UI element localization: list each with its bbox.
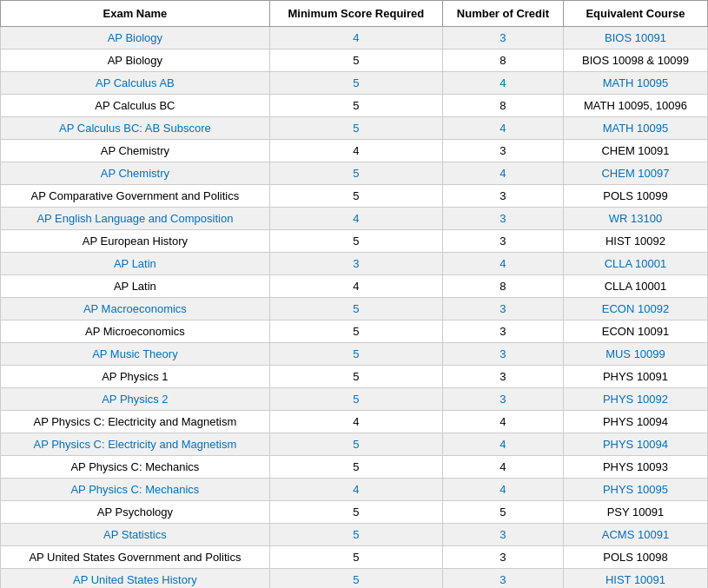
header-credits: Number of Credit <box>442 1 563 27</box>
cell-credits: 4 <box>442 253 563 275</box>
table-row: AP Latin34CLLA 10001 <box>1 253 708 275</box>
cell-min-score: 5 <box>269 162 442 185</box>
cell-credits: 8 <box>442 275 563 298</box>
table-row: AP Calculus BC: AB Subscore54MATH 10095 <box>1 117 708 140</box>
cell-exam-name: AP European History <box>1 230 270 253</box>
table-row: AP Physics C: Mechanics44PHYS 10095 <box>1 479 708 501</box>
cell-min-score: 5 <box>269 524 442 546</box>
cell-min-score: 4 <box>269 411 442 433</box>
table-row: AP Statistics53ACMS 10091 <box>1 524 708 546</box>
cell-equiv-course: ECON 10092 <box>563 298 707 320</box>
cell-credits: 4 <box>442 117 563 140</box>
cell-exam-name: AP United States History <box>1 569 270 589</box>
cell-equiv-course: PHYS 10095 <box>563 479 707 501</box>
cell-equiv-course: HIST 10092 <box>563 230 707 253</box>
cell-min-score: 5 <box>269 366 442 388</box>
cell-credits: 3 <box>442 343 563 366</box>
cell-exam-name: AP Biology <box>1 27 270 50</box>
cell-credits: 5 <box>442 501 563 524</box>
cell-credits: 3 <box>442 27 563 50</box>
header-exam-name: Exam Name <box>1 1 270 27</box>
cell-credits: 4 <box>442 72 563 95</box>
cell-min-score: 5 <box>269 456 442 479</box>
cell-credits: 8 <box>442 50 563 72</box>
cell-credits: 4 <box>442 411 563 433</box>
cell-exam-name: AP Statistics <box>1 524 270 546</box>
cell-credits: 3 <box>442 546 563 569</box>
cell-exam-name: AP Macroeconomics <box>1 298 270 320</box>
cell-min-score: 4 <box>269 27 442 50</box>
cell-credits: 3 <box>442 185 563 208</box>
cell-credits: 3 <box>442 208 563 230</box>
cell-exam-name: AP United States Government and Politics <box>1 546 270 569</box>
cell-credits: 8 <box>442 95 563 117</box>
cell-equiv-course: MATH 10095 <box>563 117 707 140</box>
cell-min-score: 5 <box>269 230 442 253</box>
table-row: AP Comparative Government and Politics53… <box>1 185 708 208</box>
cell-equiv-course: PHYS 10094 <box>563 411 707 433</box>
cell-equiv-course: CHEM 10097 <box>563 162 707 185</box>
cell-credits: 3 <box>442 140 563 162</box>
table-row: AP United States History53HIST 10091 <box>1 569 708 589</box>
table-row: AP Chemistry54CHEM 10097 <box>1 162 708 185</box>
ap-credit-table: Exam Name Minimum Score Required Number … <box>0 0 708 588</box>
cell-min-score: 4 <box>269 140 442 162</box>
cell-exam-name: AP Physics C: Mechanics <box>1 479 270 501</box>
table-row: AP Physics C: Mechanics54PHYS 10093 <box>1 456 708 479</box>
table-row: AP Music Theory53MUS 10099 <box>1 343 708 366</box>
cell-exam-name: AP Chemistry <box>1 162 270 185</box>
cell-credits: 3 <box>442 230 563 253</box>
table-row: AP Physics C: Electricity and Magnetism5… <box>1 433 708 456</box>
table-row: AP Calculus BC58MATH 10095, 10096 <box>1 95 708 117</box>
cell-min-score: 5 <box>269 95 442 117</box>
cell-credits: 4 <box>442 162 563 185</box>
cell-credits: 3 <box>442 524 563 546</box>
table-row: AP Psychology55PSY 10091 <box>1 501 708 524</box>
table-row: AP Calculus AB54MATH 10095 <box>1 72 708 95</box>
cell-equiv-course: CLLA 10001 <box>563 275 707 298</box>
cell-min-score: 4 <box>269 275 442 298</box>
cell-exam-name: AP Calculus BC: AB Subscore <box>1 117 270 140</box>
header-equiv-course: Equivalent Course <box>563 1 707 27</box>
cell-equiv-course: PHYS 10091 <box>563 366 707 388</box>
cell-equiv-course: HIST 10091 <box>563 569 707 589</box>
cell-credits: 4 <box>442 433 563 456</box>
table-row: AP Physics C: Electricity and Magnetism4… <box>1 411 708 433</box>
cell-exam-name: AP Calculus AB <box>1 72 270 95</box>
cell-exam-name: AP Physics C: Electricity and Magnetism <box>1 411 270 433</box>
cell-equiv-course: PHYS 10094 <box>563 433 707 456</box>
cell-credits: 3 <box>442 388 563 411</box>
cell-min-score: 5 <box>269 433 442 456</box>
cell-exam-name: AP Comparative Government and Politics <box>1 185 270 208</box>
cell-credits: 3 <box>442 366 563 388</box>
cell-equiv-course: POLS 10099 <box>563 185 707 208</box>
cell-equiv-course: BIOS 10098 & 10099 <box>563 50 707 72</box>
cell-equiv-course: PHYS 10092 <box>563 388 707 411</box>
cell-exam-name: AP English Language and Composition <box>1 208 270 230</box>
cell-equiv-course: ECON 10091 <box>563 320 707 343</box>
cell-credits: 3 <box>442 320 563 343</box>
cell-min-score: 5 <box>269 569 442 589</box>
cell-credits: 3 <box>442 298 563 320</box>
cell-min-score: 5 <box>269 50 442 72</box>
cell-min-score: 4 <box>269 208 442 230</box>
table-header-row: Exam Name Minimum Score Required Number … <box>1 1 708 27</box>
cell-exam-name: AP Chemistry <box>1 140 270 162</box>
table-row: AP Biology58BIOS 10098 & 10099 <box>1 50 708 72</box>
cell-exam-name: AP Physics 2 <box>1 388 270 411</box>
table-row: AP Chemistry43CHEM 10091 <box>1 140 708 162</box>
cell-exam-name: AP Latin <box>1 275 270 298</box>
cell-exam-name: AP Psychology <box>1 501 270 524</box>
cell-exam-name: AP Microeconomics <box>1 320 270 343</box>
cell-equiv-course: ACMS 10091 <box>563 524 707 546</box>
cell-min-score: 5 <box>269 298 442 320</box>
cell-equiv-course: BIOS 10091 <box>563 27 707 50</box>
cell-exam-name: AP Latin <box>1 253 270 275</box>
cell-min-score: 5 <box>269 388 442 411</box>
table-row: AP Latin48CLLA 10001 <box>1 275 708 298</box>
cell-equiv-course: POLS 10098 <box>563 546 707 569</box>
cell-equiv-course: MUS 10099 <box>563 343 707 366</box>
table-row: AP Physics 253PHYS 10092 <box>1 388 708 411</box>
cell-exam-name: AP Physics 1 <box>1 366 270 388</box>
cell-credits: 4 <box>442 456 563 479</box>
